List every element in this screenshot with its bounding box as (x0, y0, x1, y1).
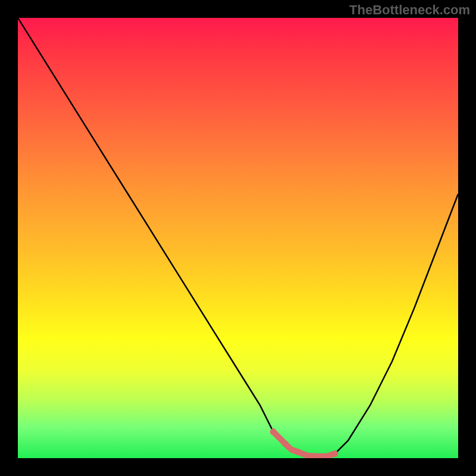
optimal-range-dot (331, 450, 338, 457)
watermark-text: TheBottleneck.com (349, 2, 470, 18)
bottleneck-curve (18, 18, 458, 456)
optimal-range-dot (270, 428, 277, 435)
optimal-range-dot (295, 449, 301, 455)
chart-plot-area (18, 18, 458, 458)
optimal-range-dot (282, 441, 289, 447)
optimal-range-markers (270, 428, 339, 458)
chart-curve-layer (18, 18, 458, 458)
